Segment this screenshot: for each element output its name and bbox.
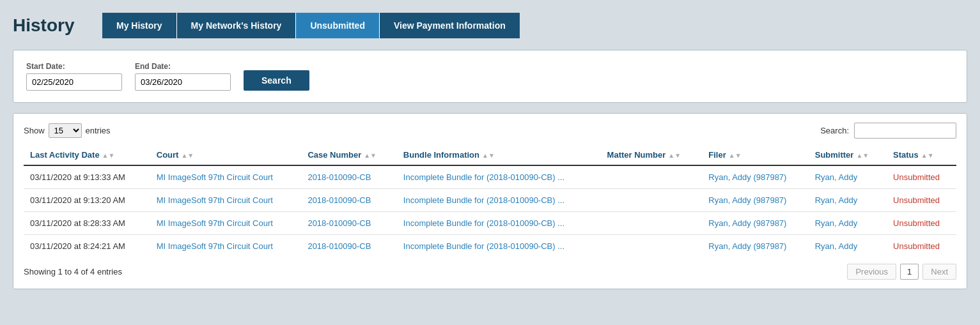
table-header-row: Last Activity Date▲▼Court▲▼Case Number▲▼…: [24, 145, 956, 165]
table-row: 03/11/2020 at 8:28:33 AMMI ImageSoft 97t…: [24, 212, 956, 235]
cell-filer[interactable]: Ryan, Addy (987987): [702, 235, 808, 258]
cell-court[interactable]: MI ImageSoft 97th Circuit Court: [150, 189, 302, 212]
previous-button[interactable]: Previous: [847, 264, 896, 280]
cell-court[interactable]: MI ImageSoft 97th Circuit Court: [150, 212, 302, 235]
cell-last-activity-date: 03/11/2020 at 8:24:21 AM: [24, 235, 150, 258]
end-date-field: End Date:: [135, 62, 231, 91]
cell-submitter[interactable]: Ryan, Addy: [809, 212, 887, 235]
cell-last-activity-date: 03/11/2020 at 8:28:33 AM: [24, 212, 150, 235]
filter-panel: Start Date: End Date: Search: [13, 50, 967, 103]
col-status[interactable]: Status▲▼: [887, 145, 956, 165]
sort-icon-court: ▲▼: [181, 152, 194, 159]
cell-matter-number: [601, 189, 703, 212]
table-row: 03/11/2020 at 9:13:20 AMMI ImageSoft 97t…: [24, 189, 956, 212]
end-date-label: End Date:: [135, 62, 231, 71]
start-date-label: Start Date:: [26, 62, 122, 71]
showing-entries: Showing 1 to 4 of 4 entries: [24, 267, 122, 276]
show-label: Show: [24, 126, 45, 135]
table-body: 03/11/2020 at 9:13:33 AMMI ImageSoft 97t…: [24, 165, 956, 257]
cell-case-number[interactable]: 2018-010090-CB: [301, 212, 396, 235]
history-table: Last Activity Date▲▼Court▲▼Case Number▲▼…: [24, 145, 956, 257]
cell-matter-number: [601, 235, 703, 258]
start-date-input[interactable]: [26, 73, 122, 91]
col-matter-number[interactable]: Matter Number▲▼: [601, 145, 703, 165]
col-submitter[interactable]: Submitter▲▼: [809, 145, 887, 165]
cell-court[interactable]: MI ImageSoft 97th Circuit Court: [150, 235, 302, 258]
col-filer[interactable]: Filer▲▼: [702, 145, 808, 165]
entries-select[interactable]: 10152550100: [49, 123, 82, 138]
col-last-activity-date[interactable]: Last Activity Date▲▼: [24, 145, 150, 165]
table-search-label: Search:: [820, 126, 849, 135]
cell-submitter[interactable]: Ryan, Addy: [809, 235, 887, 258]
table-controls-bottom: Showing 1 to 4 of 4 entries Previous 1 N…: [24, 264, 956, 280]
header-row: History My HistoryMy Network's HistoryUn…: [13, 13, 967, 38]
next-button[interactable]: Next: [922, 264, 956, 280]
cell-last-activity-date: 03/11/2020 at 9:13:33 AM: [24, 165, 150, 189]
table-panel: Show 10152550100 entries Search: Last Ac…: [13, 113, 967, 289]
cell-last-activity-date: 03/11/2020 at 9:13:20 AM: [24, 189, 150, 212]
pagination: Previous 1 Next: [847, 264, 956, 280]
filter-row: Start Date: End Date: Search: [26, 62, 954, 91]
cell-bundle-information[interactable]: Incomplete Bundle for (2018-010090-CB) .…: [397, 235, 601, 258]
cell-status[interactable]: Unsubmitted: [887, 212, 956, 235]
sort-icon-last-activity-date: ▲▼: [102, 152, 115, 159]
cell-bundle-information[interactable]: Incomplete Bundle for (2018-010090-CB) .…: [397, 165, 601, 189]
cell-submitter[interactable]: Ryan, Addy: [809, 165, 887, 189]
col-court[interactable]: Court▲▼: [150, 145, 302, 165]
start-date-field: Start Date:: [26, 62, 122, 91]
table-controls-top: Show 10152550100 entries Search:: [24, 123, 956, 139]
cell-bundle-information[interactable]: Incomplete Bundle for (2018-010090-CB) .…: [397, 189, 601, 212]
cell-filer[interactable]: Ryan, Addy (987987): [702, 212, 808, 235]
cell-submitter[interactable]: Ryan, Addy: [809, 189, 887, 212]
show-entries-control: Show 10152550100 entries: [24, 123, 111, 138]
tab-unsubmitted[interactable]: Unsubmitted: [296, 13, 380, 38]
tab-payment-info[interactable]: View Payment Information: [380, 13, 520, 38]
sort-icon-submitter: ▲▼: [856, 152, 869, 159]
table-row: 03/11/2020 at 8:24:21 AMMI ImageSoft 97t…: [24, 235, 956, 258]
page-title: History: [13, 15, 89, 36]
sort-icon-bundle-information: ▲▼: [482, 152, 495, 159]
cell-bundle-information[interactable]: Incomplete Bundle for (2018-010090-CB) .…: [397, 212, 601, 235]
tab-network-history[interactable]: My Network's History: [177, 13, 297, 38]
cell-case-number[interactable]: 2018-010090-CB: [301, 165, 396, 189]
cell-filer[interactable]: Ryan, Addy (987987): [702, 189, 808, 212]
end-date-input[interactable]: [135, 73, 231, 91]
entries-label: entries: [86, 126, 111, 135]
cell-status[interactable]: Unsubmitted: [887, 235, 956, 258]
cell-matter-number: [601, 165, 703, 189]
tab-my-history[interactable]: My History: [102, 13, 177, 38]
tab-bar: My HistoryMy Network's HistoryUnsubmitte…: [102, 13, 520, 38]
cell-filer[interactable]: Ryan, Addy (987987): [702, 165, 808, 189]
col-bundle-information[interactable]: Bundle Information▲▼: [397, 145, 601, 165]
cell-court[interactable]: MI ImageSoft 97th Circuit Court: [150, 165, 302, 189]
page-container: History My HistoryMy Network's HistoryUn…: [0, 0, 980, 302]
cell-status[interactable]: Unsubmitted: [887, 189, 956, 212]
table-search-input[interactable]: [854, 123, 956, 139]
sort-icon-case-number: ▲▼: [364, 152, 377, 159]
sort-icon-filer: ▲▼: [729, 152, 742, 159]
sort-icon-matter-number: ▲▼: [668, 152, 681, 159]
table-head: Last Activity Date▲▼Court▲▼Case Number▲▼…: [24, 145, 956, 165]
table-row: 03/11/2020 at 9:13:33 AMMI ImageSoft 97t…: [24, 165, 956, 189]
table-search: Search:: [820, 123, 956, 139]
cell-matter-number: [601, 212, 703, 235]
col-case-number[interactable]: Case Number▲▼: [301, 145, 396, 165]
current-page: 1: [900, 264, 919, 280]
sort-icon-status: ▲▼: [921, 152, 934, 159]
search-button[interactable]: Search: [244, 70, 309, 91]
cell-case-number[interactable]: 2018-010090-CB: [301, 189, 396, 212]
cell-status[interactable]: Unsubmitted: [887, 165, 956, 189]
cell-case-number[interactable]: 2018-010090-CB: [301, 235, 396, 258]
